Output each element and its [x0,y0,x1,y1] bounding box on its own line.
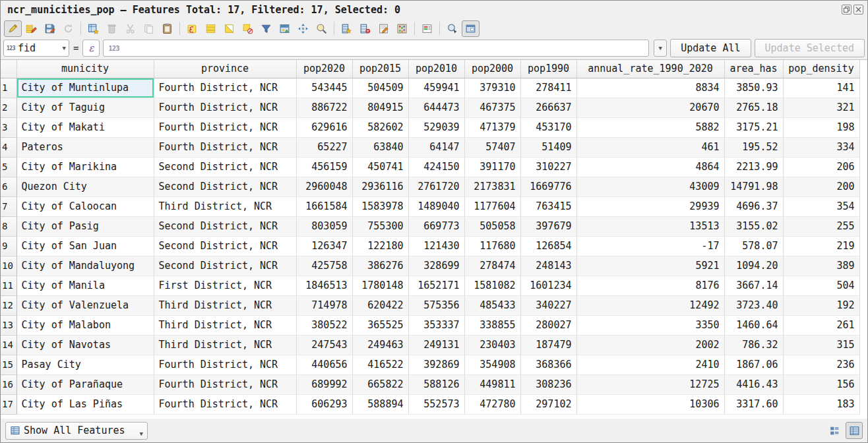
delete-field-button[interactable] [356,20,374,37]
cell-pop2020[interactable]: 714978 [296,295,352,315]
row-number[interactable]: 16 [1,374,16,394]
cell-area_has[interactable]: 578.07 [724,236,783,256]
cell-pop2015[interactable]: 386276 [352,256,408,276]
cell-pop2010[interactable]: 328699 [408,256,464,276]
cell-municity[interactable]: City of Caloocan [16,196,154,216]
cell-area_has[interactable]: 3723.40 [724,295,783,315]
cell-pop1990[interactable]: 280027 [520,315,576,335]
cell-pop2010[interactable]: 459941 [408,78,464,98]
cell-annual_rate_1990_2020[interactable]: 4864 [576,157,724,177]
cell-pop2015[interactable]: 63840 [352,137,408,157]
cell-pop2000[interactable]: 354908 [464,355,520,374]
cell-pop1990[interactable]: 187479 [520,335,576,355]
paste-features-button[interactable] [158,20,176,37]
new-field-button[interactable] [338,20,356,37]
cell-pop2010[interactable]: 64147 [408,137,464,157]
cell-municity[interactable]: City of Malabon [16,315,154,335]
cell-area_has[interactable]: 195.52 [724,137,783,157]
cell-area_has[interactable]: 3667.14 [724,276,783,295]
cell-pop2015[interactable]: 2936116 [352,177,408,196]
header-corner[interactable] [1,60,16,78]
row-number[interactable]: 7 [1,196,16,216]
cell-pop2020[interactable]: 886722 [296,98,352,117]
cell-province[interactable]: Fourth District, NCR [154,137,296,157]
cell-pop1990[interactable]: 340227 [520,295,576,315]
cell-pop2020[interactable]: 543445 [296,78,352,98]
cell-pop_density[interactable]: 200 [783,177,859,196]
cell-pop_density[interactable]: 334 [783,137,859,157]
cell-municity[interactable]: Pateros [16,137,154,157]
form-view-toggle[interactable] [826,422,843,439]
row-number[interactable]: 8 [1,216,16,236]
cell-pop2020[interactable]: 65227 [296,137,352,157]
cell-area_has[interactable]: 2765.18 [724,98,783,117]
cell-pop2015[interactable]: 1780148 [352,276,408,295]
cell-annual_rate_1990_2020[interactable]: 13513 [576,216,724,236]
cell-area_has[interactable]: 786.32 [724,335,783,355]
column-header-pop2010[interactable]: pop2010 [408,60,464,78]
multiedit-attributes-button[interactable] [22,20,40,37]
cell-pop2000[interactable]: 472780 [464,394,520,414]
cell-pop2010[interactable]: 1652171 [408,276,464,295]
cell-annual_rate_1990_2020[interactable]: 8176 [576,276,724,295]
cell-pop2020[interactable]: 126347 [296,236,352,256]
cell-municity[interactable]: City of Makati [16,117,154,137]
cell-pop2010[interactable]: 424150 [408,157,464,177]
add-feature-button[interactable] [84,20,102,37]
select-all-button[interactable] [202,20,220,37]
row-number[interactable]: 2 [1,98,16,117]
cell-province[interactable]: First District, NCR [154,276,296,295]
pan-to-selection-button[interactable] [294,20,312,37]
cell-annual_rate_1990_2020[interactable]: 10306 [576,394,724,414]
cell-area_has[interactable]: 2213.99 [724,157,783,177]
cell-province[interactable]: Fourth District, NCR [154,117,296,137]
cell-annual_rate_1990_2020[interactable]: 29939 [576,196,724,216]
cell-pop2015[interactable]: 582602 [352,117,408,137]
cell-pop1990[interactable]: 297102 [520,394,576,414]
cell-pop1990[interactable]: 126854 [520,236,576,256]
cell-pop_density[interactable]: 198 [783,117,859,137]
cell-pop1990[interactable]: 278411 [520,78,576,98]
cell-annual_rate_1990_2020[interactable]: 8834 [576,78,724,98]
cell-area_has[interactable]: 3175.21 [724,117,783,137]
cell-annual_rate_1990_2020[interactable]: 20670 [576,98,724,117]
cell-pop1990[interactable]: 453170 [520,117,576,137]
cell-pop2000[interactable]: 391170 [464,157,520,177]
cell-pop2000[interactable]: 338855 [464,315,520,335]
search-settings-button[interactable] [443,20,461,37]
invert-selection-button[interactable] [220,20,238,37]
cell-annual_rate_1990_2020[interactable]: -17 [576,236,724,256]
cell-pop2000[interactable]: 379310 [464,78,520,98]
cell-municity[interactable]: Quezon City [16,177,154,196]
cell-province[interactable]: Second District, NCR [154,177,296,196]
cell-pop2020[interactable]: 2960048 [296,177,352,196]
cell-municity[interactable]: City of Mandaluyong [16,256,154,276]
cell-pop2000[interactable]: 117680 [464,236,520,256]
close-window-button[interactable] [853,5,863,15]
cell-annual_rate_1990_2020[interactable]: 2410 [576,355,724,374]
cell-annual_rate_1990_2020[interactable]: 5882 [576,117,724,137]
cell-pop2020[interactable]: 689992 [296,374,352,394]
cell-pop2000[interactable]: 230403 [464,335,520,355]
cell-area_has[interactable]: 4416.43 [724,374,783,394]
column-header-province[interactable]: province [154,60,296,78]
cell-province[interactable]: Third District, NCR [154,295,296,315]
value-input[interactable]: 123 [103,40,649,57]
cell-pop2015[interactable]: 1583978 [352,196,408,216]
statistical-summary-button[interactable] [393,20,411,37]
cell-pop2010[interactable]: 392869 [408,355,464,374]
row-number[interactable]: 11 [1,276,16,295]
cell-area_has[interactable]: 4696.37 [724,196,783,216]
cell-municity[interactable]: City of Marikina [16,157,154,177]
cell-pop2015[interactable]: 416522 [352,355,408,374]
row-number[interactable]: 12 [1,295,16,315]
cell-pop_density[interactable]: 206 [783,157,859,177]
cell-annual_rate_1990_2020[interactable]: 12492 [576,295,724,315]
cell-pop_density[interactable]: 354 [783,196,859,216]
column-header-pop2020[interactable]: pop2020 [296,60,352,78]
row-number[interactable]: 5 [1,157,16,177]
row-number[interactable]: 1 [1,78,16,98]
cell-pop_density[interactable]: 141 [783,78,859,98]
cell-pop2020[interactable]: 606293 [296,394,352,414]
cell-area_has[interactable]: 3155.02 [724,216,783,236]
